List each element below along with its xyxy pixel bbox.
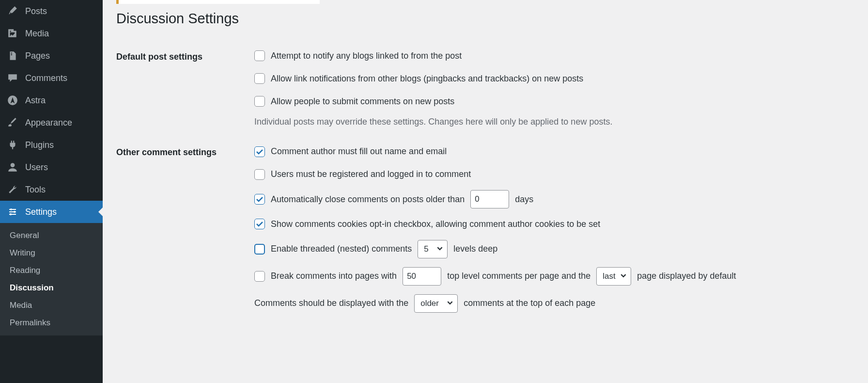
section-heading-default-post: Default post settings <box>116 40 249 136</box>
sidebar-item-comments[interactable]: Comments <box>0 67 103 89</box>
select-comment-order-value: older <box>420 297 439 310</box>
sidebar-item-astra[interactable]: Astra <box>0 89 103 112</box>
settings-sliders-icon <box>7 206 18 218</box>
label-auto-close-post: days <box>515 192 533 207</box>
brush-icon <box>7 117 18 128</box>
checkbox-require-name-email[interactable] <box>254 146 265 157</box>
astra-icon <box>7 95 18 106</box>
notice-remnant <box>116 0 320 4</box>
label-cookies-optin: Show comments cookies opt-in checkbox, a… <box>271 217 600 231</box>
sidebar-item-label: Astra <box>25 96 46 106</box>
input-comments-per-page[interactable] <box>403 267 441 286</box>
select-default-page-value: last <box>603 270 615 283</box>
sidebar-item-settings[interactable]: Settings <box>0 201 103 223</box>
svg-point-2 <box>10 208 12 210</box>
section-heading-other-comment: Other comment settings <box>116 136 249 321</box>
sidebar-item-plugins[interactable]: Plugins <box>0 134 103 156</box>
label-break-mid: top level comments per page and the <box>447 269 590 283</box>
sidebar-item-users[interactable]: Users <box>0 156 103 178</box>
select-default-page[interactable]: last <box>596 267 631 286</box>
label-order-post: comments at the top of each page <box>464 296 595 310</box>
sidebar-item-label: Pages <box>25 51 50 61</box>
sidebar-item-label: Posts <box>25 6 47 16</box>
label-require-registration: Users must be registered and logged in t… <box>271 167 471 181</box>
plug-icon <box>7 139 18 151</box>
sidebar-item-label: Users <box>25 162 48 173</box>
select-comment-order[interactable]: older <box>414 294 458 313</box>
admin-sidebar: Posts Media Pages Comments Astra Appeara… <box>0 0 103 383</box>
sidebar-item-label: Settings <box>25 207 57 217</box>
label-allow-comments: Allow people to submit comments on new p… <box>271 95 454 109</box>
label-require-name-email: Comment author must fill out name and em… <box>271 144 447 159</box>
svg-point-4 <box>10 213 12 215</box>
checkbox-auto-close[interactable] <box>254 194 265 205</box>
label-auto-close-pre: Automatically close comments on posts ol… <box>271 192 465 207</box>
page-title: Discussion Settings <box>116 11 854 27</box>
wrench-icon <box>7 184 18 195</box>
label-notify-blogs: Attempt to notify any blogs linked to fr… <box>271 49 462 63</box>
select-thread-depth-value: 5 <box>424 242 428 255</box>
checkbox-allow-pingbacks[interactable] <box>254 73 265 84</box>
checkbox-require-registration[interactable] <box>254 169 265 180</box>
submenu-item-reading[interactable]: Reading <box>0 262 103 279</box>
default-post-description: Individual posts may override these sett… <box>254 117 850 127</box>
comments-icon <box>7 72 18 84</box>
settings-form: Default post settings Attempt to notify … <box>116 40 854 321</box>
chevron-down-icon <box>620 270 627 283</box>
svg-point-1 <box>11 163 15 167</box>
sidebar-item-media[interactable]: Media <box>0 22 103 45</box>
input-close-days[interactable] <box>470 190 509 208</box>
select-thread-depth[interactable]: 5 <box>418 240 448 258</box>
checkbox-cookies-optin[interactable] <box>254 219 265 229</box>
label-break-post: page displayed by default <box>637 269 736 283</box>
submenu-item-writing[interactable]: Writing <box>0 244 103 262</box>
pages-icon <box>7 50 18 62</box>
pin-icon <box>7 5 18 17</box>
sidebar-item-posts[interactable]: Posts <box>0 0 103 22</box>
label-order-pre: Comments should be displayed with the <box>254 296 408 310</box>
submenu-item-general[interactable]: General <box>0 227 103 244</box>
submenu-item-media[interactable]: Media <box>0 297 103 314</box>
label-allow-pingbacks: Allow link notifications from other blog… <box>271 72 583 86</box>
sidebar-item-label: Appearance <box>25 118 72 128</box>
chevron-down-icon <box>447 297 453 310</box>
checkbox-allow-comments[interactable] <box>254 96 265 107</box>
checkbox-break-pages[interactable] <box>254 271 265 282</box>
submenu-item-permalinks[interactable]: Permalinks <box>0 314 103 332</box>
chevron-down-icon <box>436 242 443 255</box>
sidebar-item-tools[interactable]: Tools <box>0 178 103 201</box>
sidebar-item-pages[interactable]: Pages <box>0 45 103 67</box>
user-icon <box>7 161 18 173</box>
label-threaded-post: levels deep <box>453 242 497 256</box>
sidebar-item-label: Tools <box>25 185 46 195</box>
settings-submenu: General Writing Reading Discussion Media… <box>0 223 103 335</box>
checkbox-threaded-comments[interactable] <box>254 244 265 255</box>
media-icon <box>7 28 18 39</box>
main-content: Discussion Settings Default post setting… <box>103 0 868 383</box>
label-threaded-pre: Enable threaded (nested) comments <box>271 242 412 256</box>
sidebar-item-label: Plugins <box>25 140 54 150</box>
sidebar-item-appearance[interactable]: Appearance <box>0 112 103 134</box>
sidebar-item-label: Comments <box>25 73 67 83</box>
submenu-item-discussion[interactable]: Discussion <box>0 279 103 297</box>
checkbox-notify-blogs[interactable] <box>254 50 265 61</box>
svg-point-3 <box>14 211 16 213</box>
label-break-pre: Break comments into pages with <box>271 269 397 283</box>
sidebar-item-label: Media <box>25 29 49 39</box>
